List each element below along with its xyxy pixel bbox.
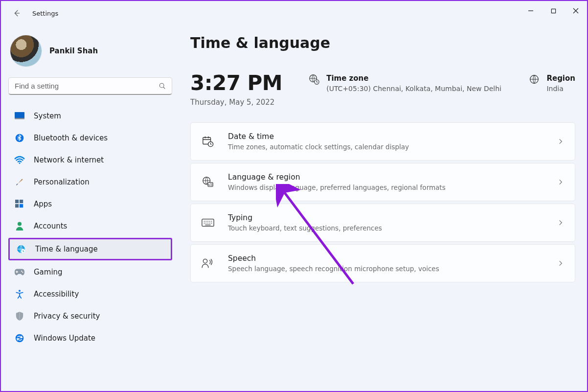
timezone-label: Time zone: [326, 74, 501, 83]
sidebar-item-windows-update[interactable]: Windows Update: [8, 328, 172, 348]
setting-title: Typing: [228, 213, 382, 222]
user-name: Pankil Shah: [49, 46, 98, 55]
sidebar: Pankil Shah System Bluetooth & devices N…: [1, 25, 180, 391]
setting-speech[interactable]: Speech Speech language, speech recogniti…: [190, 244, 575, 282]
svg-rect-6: [15, 200, 19, 203]
timezone-card[interactable]: Time zone (UTC+05:30) Chennai, Kolkata, …: [309, 71, 501, 92]
sidebar-item-label: Personalization: [34, 178, 90, 186]
svg-rect-9: [20, 204, 23, 208]
search-input[interactable]: [8, 77, 172, 95]
bluetooth-icon: [14, 133, 25, 143]
setting-title: Speech: [228, 254, 439, 263]
sync-icon: [14, 333, 25, 344]
window-controls: [520, 1, 587, 21]
app-title: Settings: [32, 10, 58, 17]
clock-globe-icon: [16, 244, 26, 254]
keyboard-icon: [202, 216, 214, 229]
avatar: [10, 35, 42, 67]
region-label: Region: [546, 74, 575, 83]
svg-point-15: [19, 290, 21, 292]
titlebar: Settings: [1, 1, 587, 25]
setting-title: Date & time: [228, 132, 409, 141]
maximize-button[interactable]: [542, 1, 565, 21]
page-title: Time & language: [190, 34, 575, 51]
clock-time: 3:27 PM: [190, 71, 282, 95]
chevron-right-icon: [557, 260, 564, 267]
svg-rect-7: [20, 200, 23, 203]
region-card[interactable]: Region India: [529, 71, 575, 92]
sidebar-item-label: Gaming: [34, 268, 63, 277]
chevron-right-icon: [557, 138, 564, 145]
apps-icon: [14, 199, 25, 209]
sidebar-item-accessibility[interactable]: Accessibility: [8, 284, 172, 304]
person-icon: [14, 221, 25, 231]
setting-title: Language & region: [228, 173, 446, 182]
speech-icon: [202, 257, 214, 270]
accessibility-icon: [14, 289, 25, 300]
back-button[interactable]: [11, 7, 23, 19]
svg-point-26: [203, 259, 207, 263]
svg-point-14: [22, 272, 23, 273]
globe-icon: [529, 74, 540, 85]
svg-point-1: [159, 83, 164, 88]
setting-typing[interactable]: Typing Touch keyboard, text suggestions,…: [190, 204, 575, 242]
setting-desc: Speech language, speech recognition micr…: [228, 265, 439, 273]
close-button[interactable]: [565, 1, 587, 21]
svg-point-10: [18, 222, 22, 226]
sidebar-item-label: Accessibility: [34, 290, 79, 299]
chevron-right-icon: [557, 179, 564, 185]
wifi-icon: [14, 155, 25, 165]
svg-point-16: [16, 334, 24, 343]
sidebar-item-apps[interactable]: Apps: [8, 194, 172, 214]
main-content: Time & language 3:27 PM Thursday, May 5,…: [180, 25, 587, 391]
sidebar-item-label: Time & language: [35, 245, 98, 254]
nav-list: System Bluetooth & devices Network & int…: [8, 106, 172, 348]
sidebar-item-privacy[interactable]: Privacy & security: [8, 306, 172, 326]
sidebar-item-gaming[interactable]: Gaming: [8, 262, 172, 282]
svg-rect-2: [15, 112, 24, 119]
setting-desc: Time zones, automatic clock settings, ca…: [228, 143, 409, 151]
svg-text:A字: A字: [208, 183, 213, 186]
region-value: India: [546, 85, 575, 92]
clock-globe-icon: [309, 74, 319, 85]
sidebar-item-label: Bluetooth & devices: [34, 134, 108, 142]
clock-date: Thursday, May 5, 2022: [190, 98, 282, 107]
setting-desc: Windows display language, preferred lang…: [228, 184, 446, 191]
gamepad-icon: [14, 267, 25, 277]
hero-bar: 3:27 PM Thursday, May 5, 2022 Time zone …: [190, 71, 575, 107]
sidebar-item-label: Windows Update: [34, 334, 95, 343]
sidebar-item-label: System: [34, 112, 61, 120]
chevron-right-icon: [557, 219, 564, 226]
calendar-clock-icon: [202, 135, 214, 148]
clock-block: 3:27 PM Thursday, May 5, 2022: [190, 71, 282, 107]
sidebar-item-label: Privacy & security: [34, 312, 100, 321]
sidebar-item-network[interactable]: Network & internet: [8, 150, 172, 170]
arrow-left-icon: [12, 9, 21, 18]
sidebar-item-time-language[interactable]: Time & language: [8, 238, 172, 260]
sidebar-item-label: Network & internet: [34, 156, 104, 164]
svg-rect-3: [15, 118, 24, 119]
profile-block[interactable]: Pankil Shah: [8, 30, 172, 77]
language-globe-icon: A字: [202, 176, 214, 188]
sidebar-item-system[interactable]: System: [8, 106, 172, 126]
sidebar-item-label: Apps: [34, 200, 52, 208]
sidebar-item-accounts[interactable]: Accounts: [8, 216, 172, 236]
search-icon: [158, 82, 166, 90]
svg-rect-8: [15, 204, 19, 208]
settings-list: Date & time Time zones, automatic clock …: [190, 122, 575, 282]
setting-language-region[interactable]: A字 Language & region Windows display lan…: [190, 163, 575, 201]
svg-point-13: [21, 271, 22, 272]
sidebar-item-personalization[interactable]: Personalization: [8, 172, 172, 192]
timezone-value: (UTC+05:30) Chennai, Kolkata, Mumbai, Ne…: [326, 85, 501, 92]
setting-desc: Touch keyboard, text suggestions, prefer…: [228, 224, 382, 232]
sidebar-item-bluetooth[interactable]: Bluetooth & devices: [8, 128, 172, 148]
search-wrapper: [8, 77, 172, 95]
shield-icon: [14, 311, 25, 322]
svg-rect-0: [551, 9, 555, 13]
brush-icon: [14, 177, 25, 187]
setting-date-time[interactable]: Date & time Time zones, automatic clock …: [190, 122, 575, 161]
svg-point-5: [19, 162, 21, 164]
minimize-button[interactable]: [520, 1, 542, 21]
system-icon: [14, 111, 25, 121]
sidebar-item-label: Accounts: [34, 222, 67, 231]
